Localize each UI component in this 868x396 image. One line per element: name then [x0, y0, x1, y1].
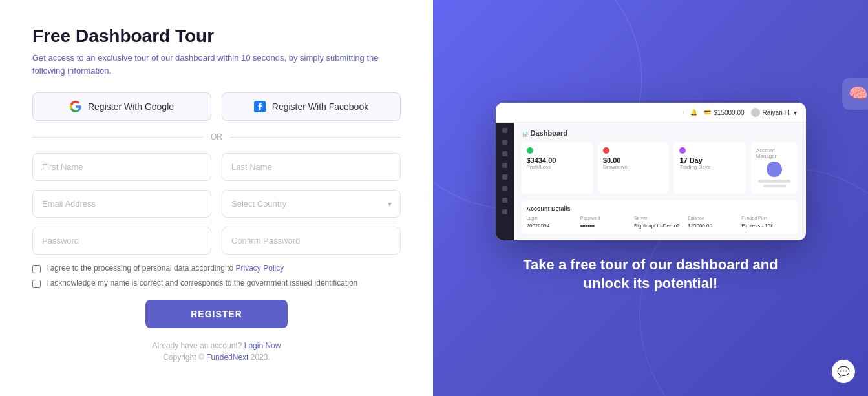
right-panel: 🧠 › 🔔 💳 $15000.00 Raiyan H. ▾: [433, 0, 868, 396]
confirm-password-field: [222, 227, 401, 255]
chat-icon[interactable]: 💬: [832, 360, 855, 383]
drawdown-card: $0.00 Drawdown: [598, 142, 669, 194]
privacy-policy-link[interactable]: Privacy Policy: [236, 264, 284, 273]
login-link-text: Already have an account? Login Now: [32, 341, 401, 350]
page-title: Free Dashboard Tour: [32, 26, 401, 47]
name-acknowledgement-checkbox[interactable]: [32, 280, 41, 288]
detail-header-funded-plan: Funded Plan: [741, 216, 792, 220]
facebook-icon: [254, 101, 266, 112]
divider: OR: [32, 132, 401, 141]
brain-icon: 🧠: [842, 78, 868, 110]
social-buttons: Register With Google Register With Faceb…: [32, 92, 401, 121]
divider-line-right: [230, 137, 401, 138]
user-chevron-icon: ▾: [794, 109, 797, 116]
profit-indicator: [527, 147, 533, 154]
email-country-row: Select Country United States United King…: [32, 190, 401, 218]
trading-days-indicator: [679, 147, 686, 154]
first-name-input[interactable]: [32, 153, 211, 181]
confirm-password-input[interactable]: [222, 227, 401, 255]
google-icon: [70, 101, 81, 112]
last-name-input[interactable]: [222, 153, 401, 181]
detail-header-login: Login: [527, 216, 578, 220]
account-manager-card: Account Manager: [751, 142, 798, 194]
manager-role-placeholder: [763, 185, 786, 187]
account-details-card: Account Details Login Password Server Ba…: [522, 200, 798, 234]
login-now-link[interactable]: Login Now: [244, 341, 281, 350]
detail-value-login: 20026534: [527, 223, 578, 229]
dashboard-main: 📊 Dashboard $3434.00 Profit/Loss $0.00 D…: [514, 123, 806, 240]
last-name-field: [222, 153, 401, 181]
country-select[interactable]: Select Country United States United King…: [222, 190, 401, 218]
trading-days-card: 17 Day Trading Days: [674, 142, 745, 194]
promo-title: Take a free tour of our dashboard and un…: [522, 256, 780, 293]
nav-arrow: ›: [682, 109, 684, 116]
name-row: [32, 153, 401, 181]
stats-row: $3434.00 Profit/Loss $0.00 Drawdown 17 D…: [522, 142, 798, 194]
profit-loss-card: $3434.00 Profit/Loss: [522, 142, 593, 194]
detail-value-balance: $15000.00: [688, 223, 739, 229]
google-register-button[interactable]: Register With Google: [32, 92, 211, 121]
manager-name-placeholder: [758, 180, 790, 183]
password-row: [32, 227, 401, 255]
sidebar-icon: [502, 163, 507, 168]
drawdown-indicator: [603, 147, 609, 154]
dashboard-topbar: › 🔔 💳 $15000.00 Raiyan H. ▾: [496, 103, 806, 123]
dashboard-body: 📊 Dashboard $3434.00 Profit/Loss $0.00 D…: [496, 123, 806, 240]
name-acknowledgement-checkbox-row: I acknowledge my name is correct and cor…: [32, 278, 401, 288]
privacy-policy-checkbox-row: I agree to the processing of personal da…: [32, 264, 401, 273]
manager-avatar: [767, 162, 782, 177]
account-details-table: Login Password Server Balance Funded Pla…: [527, 216, 793, 229]
sidebar-icon: [502, 151, 507, 156]
balance-display: 💳 $15000.00: [704, 109, 744, 116]
avatar: [751, 108, 760, 117]
divider-line-left: [32, 137, 203, 138]
privacy-policy-checkbox[interactable]: [32, 265, 41, 273]
facebook-register-button[interactable]: Register With Facebook: [222, 92, 401, 121]
divider-text: OR: [211, 132, 222, 141]
sidebar-icon: [502, 174, 507, 180]
sidebar-icon: [502, 198, 507, 203]
detail-header-balance: Balance: [688, 216, 739, 220]
funded-next-link[interactable]: FundedNext: [206, 353, 248, 362]
page-subtitle: Get access to an exclusive tour of our d…: [32, 52, 401, 77]
first-name-field: [32, 153, 211, 181]
dashboard-preview: › 🔔 💳 $15000.00 Raiyan H. ▾: [496, 103, 806, 240]
password-input[interactable]: [32, 227, 211, 255]
detail-value-server: EightcapLtd-Demo2: [634, 223, 685, 229]
password-field: [32, 227, 211, 255]
detail-value-funded-plan: Express - 15k: [741, 223, 792, 229]
sidebar-icon: [502, 128, 507, 133]
bell-icon: 🔔: [690, 109, 697, 116]
checkboxes: I agree to the processing of personal da…: [32, 264, 401, 288]
sidebar-icon: [502, 186, 507, 191]
email-field: [32, 190, 211, 218]
dashboard-sidebar: [496, 123, 514, 240]
country-field: Select Country United States United King…: [222, 190, 401, 218]
sidebar-icon: [502, 209, 507, 214]
copyright-text: Copyright © FundedNext 2023.: [32, 353, 401, 362]
sidebar-icon: [502, 140, 507, 145]
email-input[interactable]: [32, 190, 211, 218]
register-button[interactable]: REGISTER: [145, 300, 288, 328]
detail-header-password: Password: [580, 216, 631, 220]
user-display: Raiyan H. ▾: [751, 108, 797, 117]
detail-header-server: Server: [634, 216, 685, 220]
dashboard-heading: 📊 Dashboard: [522, 129, 798, 137]
detail-value-password: ••••••••: [580, 223, 631, 229]
left-panel: Free Dashboard Tour Get access to an exc…: [0, 0, 433, 396]
